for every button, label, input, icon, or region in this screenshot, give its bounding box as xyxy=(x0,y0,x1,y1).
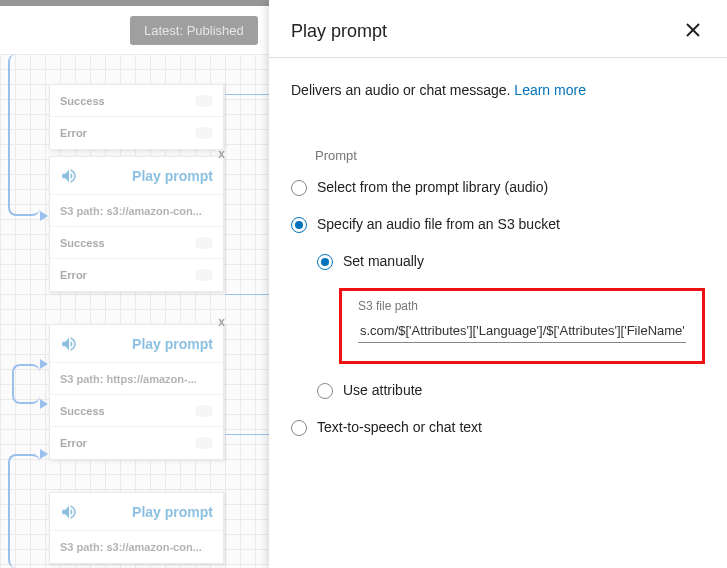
flow-block[interactable]: Success Error xyxy=(49,84,224,150)
output-port[interactable] xyxy=(195,95,213,107)
s3-sub-options: Set manually S3 file path Use attribute xyxy=(317,253,705,399)
connector xyxy=(8,54,40,216)
block-header[interactable]: x Play prompt xyxy=(50,325,223,363)
flow-block-play-prompt[interactable]: Play prompt S3 path: s3://amazon-con... xyxy=(49,492,224,564)
radio-label: Select from the prompt library (audio) xyxy=(317,179,548,195)
close-icon xyxy=(685,22,701,38)
output-port[interactable] xyxy=(195,437,213,449)
output-label: Success xyxy=(60,95,195,107)
radio-prompt-library[interactable]: Select from the prompt library (audio) xyxy=(291,179,705,196)
flow-block-play-prompt[interactable]: x Play prompt S3 path: https://amazon-..… xyxy=(49,324,224,460)
section-label-prompt: Prompt xyxy=(315,148,705,163)
radio-tts[interactable]: Text-to-speech or chat text xyxy=(291,419,705,436)
arrow-icon xyxy=(40,359,48,369)
block-subtext: S3 path: s3://amazon-con... xyxy=(50,195,223,227)
subtext-label: S3 path: s3://amazon-con... xyxy=(60,541,202,553)
output-port[interactable] xyxy=(195,269,213,281)
radio-label: Use attribute xyxy=(343,382,422,398)
output-label: Success xyxy=(60,405,195,417)
radio-use-attribute[interactable]: Use attribute xyxy=(317,382,705,399)
radio-label: Specify an audio file from an S3 bucket xyxy=(317,216,560,232)
connector xyxy=(8,454,40,568)
radio-s3-bucket[interactable]: Specify an audio file from an S3 bucket xyxy=(291,216,705,233)
panel-header: Play prompt xyxy=(269,0,727,58)
panel-body: Delivers an audio or chat message. Learn… xyxy=(269,58,727,568)
radio-icon xyxy=(291,180,307,196)
panel-description: Delivers an audio or chat message. Learn… xyxy=(291,82,705,98)
s3-file-path-input[interactable] xyxy=(358,319,686,343)
output-label: Error xyxy=(60,269,195,281)
close-icon[interactable]: x xyxy=(218,315,225,329)
radio-set-manually[interactable]: Set manually xyxy=(317,253,705,270)
block-header[interactable]: Play prompt xyxy=(50,493,223,531)
prompt-type-radio-group: Select from the prompt library (audio) S… xyxy=(291,179,705,436)
properties-panel: Play prompt Delivers an audio or chat me… xyxy=(269,0,727,568)
block-subtext: S3 path: https://amazon-... xyxy=(50,363,223,395)
block-output-success[interactable]: Success xyxy=(50,227,223,259)
flow-block-play-prompt[interactable]: x Play prompt S3 path: s3://amazon-con..… xyxy=(49,156,224,292)
block-output-error[interactable]: Error xyxy=(50,117,223,149)
block-output-success[interactable]: Success xyxy=(50,395,223,427)
output-label: Error xyxy=(60,127,195,139)
block-output-error[interactable]: Error xyxy=(50,259,223,291)
block-output-success[interactable]: Success xyxy=(50,85,223,117)
output-label: Error xyxy=(60,437,195,449)
radio-icon xyxy=(317,254,333,270)
output-port[interactable] xyxy=(195,405,213,417)
output-port[interactable] xyxy=(195,237,213,249)
block-title: Play prompt xyxy=(132,504,213,520)
subtext-label: S3 path: https://amazon-... xyxy=(60,373,197,385)
arrow-icon xyxy=(40,399,48,409)
connector xyxy=(12,364,40,404)
arrow-icon xyxy=(40,211,48,221)
arrow-icon xyxy=(40,449,48,459)
block-title: Play prompt xyxy=(132,336,213,352)
block-subtext: S3 path: s3://amazon-con... xyxy=(50,531,223,563)
block-title: Play prompt xyxy=(132,168,213,184)
input-label: S3 file path xyxy=(358,299,686,313)
block-header[interactable]: x Play prompt xyxy=(50,157,223,195)
close-button[interactable] xyxy=(681,18,705,45)
radio-label: Text-to-speech or chat text xyxy=(317,419,482,435)
output-label: Success xyxy=(60,237,195,249)
close-icon[interactable]: x xyxy=(218,147,225,161)
panel-title: Play prompt xyxy=(291,21,387,42)
speaker-icon xyxy=(60,335,78,353)
radio-icon xyxy=(317,383,333,399)
subtext-label: S3 path: s3://amazon-con... xyxy=(60,205,202,217)
description-text: Delivers an audio or chat message. xyxy=(291,82,514,98)
s3-path-input-highlight: S3 file path xyxy=(339,288,705,364)
block-output-error[interactable]: Error xyxy=(50,427,223,459)
speaker-icon xyxy=(60,503,78,521)
radio-label: Set manually xyxy=(343,253,424,269)
learn-more-link[interactable]: Learn more xyxy=(514,82,586,98)
radio-icon xyxy=(291,420,307,436)
publish-status-button[interactable]: Latest: Published xyxy=(130,16,258,45)
output-port[interactable] xyxy=(195,127,213,139)
speaker-icon xyxy=(60,167,78,185)
radio-icon xyxy=(291,217,307,233)
